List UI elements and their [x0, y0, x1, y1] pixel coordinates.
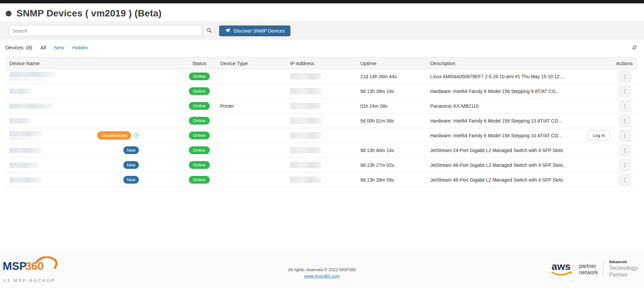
- kebab-menu-icon[interactable]: ⋮: [619, 130, 631, 141]
- device-name-redacted: [9, 131, 42, 136]
- header-uptime: Uptime: [358, 60, 427, 66]
- aws-network-text: network: [579, 269, 598, 276]
- kebab-menu-icon[interactable]: ⋮: [619, 174, 631, 186]
- table-row[interactable]: New Online 9d 13h 27m 02s JetStream 48-P…: [5, 158, 637, 173]
- status-badge: Online: [189, 102, 210, 110]
- kebab-menu-icon[interactable]: ⋮: [619, 115, 631, 127]
- header-status: Status: [187, 60, 217, 66]
- description-cell: Hardware: Intel64 Family 6 Model 158 Ste…: [427, 133, 585, 138]
- aws-partner-logo: aws partner network Advanced Technology …: [551, 260, 638, 278]
- uptime-cell: 9d 13h 40m 14s: [358, 148, 427, 153]
- aws-technology-text: Technology: [609, 265, 638, 272]
- uptime-cell: 01h 24m 08s: [358, 103, 427, 109]
- uptime-cell: 9d 13h 39m 59s: [358, 177, 427, 183]
- svg-text:aws: aws: [552, 261, 571, 272]
- status-badge: Online: [189, 146, 210, 154]
- device-badge: New: [123, 161, 139, 169]
- uptime-cell: 21d 14h 26m 44s: [358, 74, 427, 79]
- description-cell: JetStream 24-Port Gigabit L2 Managed Swi…: [427, 148, 585, 153]
- filter-all[interactable]: All: [40, 45, 46, 50]
- table-row[interactable]: New Online 9d 13h 39m 59s JetStream 48-P…: [5, 173, 637, 187]
- description-cell: Panasonic KX-MB2110: [427, 103, 585, 109]
- msp-logo-msp: MSP: [3, 260, 27, 272]
- ip-address-redacted: [290, 88, 321, 94]
- ip-address-redacted: [290, 73, 321, 80]
- table-row[interactable]: Online 21d 14h 26m 44s Linux AMI54A05087…: [5, 69, 637, 84]
- header-ip-address: IP Address: [287, 60, 358, 66]
- uptime-cell: 5d 00h 01m 58s: [358, 118, 427, 124]
- device-name-redacted: [9, 177, 41, 183]
- device-name-redacted-line2: [9, 78, 45, 81]
- ip-address-redacted: [290, 117, 321, 124]
- window-top-strip: [0, 0, 644, 3]
- devices-count: Devices: (8): [5, 45, 32, 50]
- device-name-cell: [5, 84, 187, 98]
- uptime-cell: 9d 13h 39m 19s: [358, 89, 427, 94]
- device-name-cell: [5, 113, 187, 128]
- status-badge: Online: [189, 117, 210, 125]
- copyright-text: All rights reserved.© 2022 MSP360: [288, 267, 356, 273]
- kebab-menu-icon[interactable]: ⋮: [619, 159, 631, 171]
- search-icon: [206, 28, 212, 34]
- device-name-cell: New: [5, 173, 187, 187]
- table-row[interactable]: Online Printer 01h 24m 08s Panasonic KX-…: [5, 99, 637, 113]
- aws-logo-divider: [603, 261, 604, 277]
- aws-partner-text: partner: [579, 263, 598, 269]
- status-badge: Online: [189, 132, 210, 139]
- device-name-redacted: [9, 89, 31, 94]
- status-badge: Online: [189, 73, 210, 80]
- device-name-redacted: [9, 72, 55, 77]
- msp360-tagline: #1 MSP BACKUP: [3, 278, 55, 283]
- table-row[interactable]: Online 5d 00h 01m 58s Hardware: Intel64 …: [5, 113, 637, 128]
- filter-new[interactable]: New: [54, 45, 64, 50]
- header-device-name: Device Name: [5, 57, 187, 69]
- ip-address-redacted: [290, 177, 321, 183]
- aws-advanced-text: Advanced: [609, 260, 638, 264]
- device-name-cell: New: [5, 158, 187, 172]
- discover-snmp-devices-button[interactable]: Discover SNMP Devices: [219, 26, 290, 36]
- msp-logo-360: 360: [25, 260, 44, 272]
- kebab-menu-icon[interactable]: ⋮: [619, 71, 631, 82]
- table-row[interactable]: New Online 9d 13h 40m 14s JetStream 24-P…: [5, 143, 637, 158]
- table-row[interactable]: Unauthorized i Online Hardware: Intel64 …: [5, 128, 637, 143]
- status-badge: Online: [189, 176, 210, 184]
- table-header-row: Device Name Status Device Type IP Addres…: [5, 57, 637, 69]
- aws-partner2-text: Partner: [609, 272, 638, 278]
- ip-address-redacted: [290, 132, 321, 139]
- ip-address-redacted: [290, 147, 321, 153]
- search-input[interactable]: [9, 25, 202, 36]
- description-cell: Hardware: Intel64 Family 6 Model 158 Ste…: [427, 118, 585, 124]
- log-in-button[interactable]: Log In: [588, 131, 610, 140]
- device-name-cell: [5, 69, 187, 84]
- status-badge: Online: [189, 87, 210, 95]
- discover-button-label: Discover SNMP Devices: [234, 28, 285, 34]
- device-name-cell: Unauthorized i: [5, 128, 187, 143]
- info-icon[interactable]: i: [134, 133, 139, 138]
- device-badge: New: [123, 146, 139, 154]
- device-badge: New: [123, 176, 139, 184]
- aws-logo-mark: aws: [551, 260, 574, 278]
- kebab-menu-icon[interactable]: ⋮: [619, 86, 631, 97]
- ip-address-redacted: [290, 162, 321, 168]
- device-name-cell: New: [5, 143, 187, 157]
- back-icon[interactable]: ←: [6, 11, 11, 16]
- description-cell: JetStream 48-Port Gigabit L2 Managed Swi…: [427, 162, 585, 168]
- device-badge: Unauthorized: [97, 131, 131, 140]
- description-cell: Hardware: Intel64 Family 6 Model 158 Ste…: [427, 89, 585, 94]
- snmp-devices-table: Device Name Status Device Type IP Addres…: [5, 57, 637, 187]
- msp360-logo: MSP 360: [3, 256, 62, 277]
- refresh-icon[interactable]: [632, 45, 637, 50]
- paper-plane-icon: [225, 28, 230, 34]
- header-description: Description: [427, 60, 585, 66]
- toolbar: Discover SNMP Devices: [0, 21, 644, 39]
- kebab-menu-icon[interactable]: ⋮: [619, 145, 631, 156]
- table-row[interactable]: Online 9d 13h 39m 19s Hardware: Intel64 …: [5, 84, 637, 99]
- description-cell: JetStream 48-Port Gigabit L2 Managed Swi…: [427, 177, 585, 183]
- device-name-redacted-line2: [9, 137, 35, 140]
- msp360-website-link[interactable]: www.msp360.com: [304, 274, 339, 279]
- kebab-menu-icon[interactable]: ⋮: [619, 100, 631, 112]
- device-name-redacted: [9, 118, 31, 124]
- search-button[interactable]: [203, 25, 215, 36]
- page-title: SNMP Devices ( vm2019 ) (Beta): [16, 8, 162, 19]
- filter-hidden[interactable]: Hidden: [72, 45, 88, 50]
